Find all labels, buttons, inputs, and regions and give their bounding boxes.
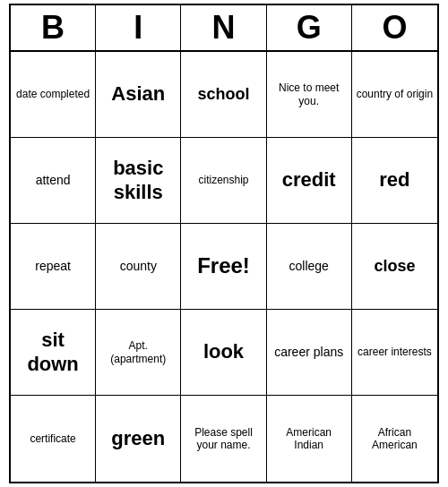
- bingo-cell: county: [96, 224, 181, 310]
- bingo-cell: date completed: [11, 52, 96, 138]
- bingo-grid: date completedAsianschoolNice to meet yo…: [11, 52, 437, 482]
- bingo-cell: African American: [352, 396, 437, 482]
- header-letter: G: [267, 5, 352, 50]
- bingo-header: BINGO: [11, 5, 437, 52]
- bingo-cell: certificate: [11, 396, 96, 482]
- bingo-cell: basic skills: [96, 138, 181, 224]
- header-letter: I: [96, 5, 181, 50]
- header-letter: O: [352, 5, 437, 50]
- bingo-cell: career interests: [352, 310, 437, 396]
- bingo-cell: Asian: [96, 52, 181, 138]
- bingo-cell: Apt. (apartment): [96, 310, 181, 396]
- bingo-cell: close: [352, 224, 437, 310]
- bingo-cell: green: [96, 396, 181, 482]
- bingo-cell: attend: [11, 138, 96, 224]
- bingo-card: BINGO date completedAsianschoolNice to m…: [9, 4, 439, 483]
- header-letter: N: [181, 5, 266, 50]
- bingo-cell: repeat: [11, 224, 96, 310]
- bingo-cell: American Indian: [267, 396, 352, 482]
- bingo-cell: red: [352, 138, 437, 224]
- bingo-cell: sit down: [11, 310, 96, 396]
- header-letter: B: [11, 5, 96, 50]
- bingo-cell: school: [181, 52, 266, 138]
- bingo-cell: Free!: [181, 224, 266, 310]
- bingo-cell: college: [267, 224, 352, 310]
- bingo-cell: look: [181, 310, 266, 396]
- bingo-cell: career plans: [267, 310, 352, 396]
- bingo-cell: country of origin: [352, 52, 437, 138]
- bingo-cell: Nice to meet you.: [267, 52, 352, 138]
- bingo-cell: Please spell your name.: [181, 396, 266, 482]
- bingo-cell: citizenship: [181, 138, 266, 224]
- bingo-cell: credit: [267, 138, 352, 224]
